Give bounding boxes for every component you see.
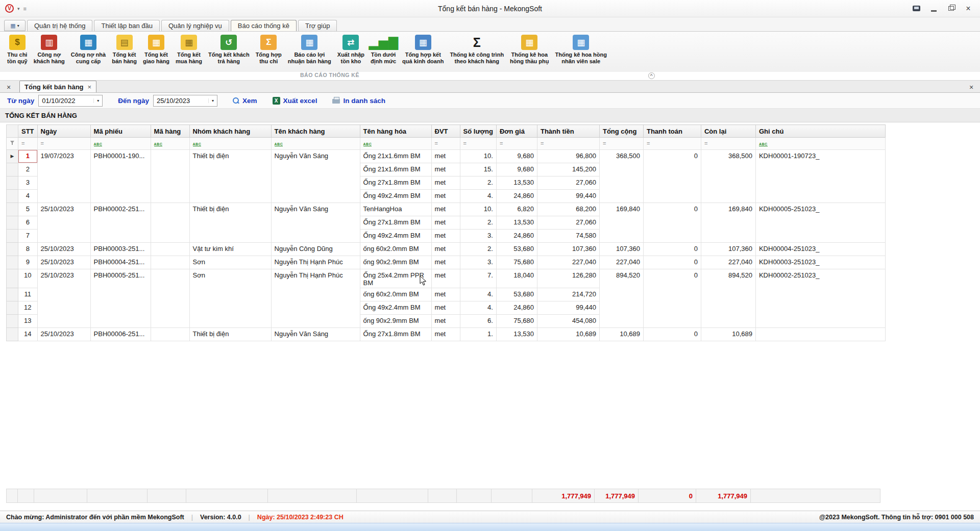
cell-stt[interactable]: 14 [18,328,38,341]
filter-thanh_toan[interactable]: = [643,138,701,150]
cell-con_lai[interactable]: 107,360 [701,243,755,256]
cell-ma_phieu[interactable]: PBH00005-251... [90,269,151,328]
display-mode-button[interactable] [909,3,924,15]
cell-ten_hh[interactable]: Ống 27x1.8mm BM [360,328,431,341]
header-thanh_tien[interactable]: Thành tiền [537,125,599,138]
cell-ten_hh[interactable]: ống 60x2.0mm BM [360,288,431,301]
cell-don_gia[interactable]: 6,820 [496,203,537,216]
ribbon-tab[interactable]: Thiết lập ban đầu [94,20,159,31]
cell-nhom_kh[interactable]: Thiết bị điện [189,328,271,341]
close-panel-button[interactable]: × [966,82,977,92]
cell-stt[interactable]: 9 [18,256,38,269]
cell-thanh_toan[interactable]: 0 [643,256,701,269]
cell-dvt[interactable]: met [431,190,460,203]
project-by-customer-stats-button[interactable]: ΣThống kê công trình theo khách hàng [447,34,507,65]
cell-so_luong[interactable]: 10. [460,203,496,216]
cell-thanh_tien[interactable]: 96,800 [537,150,599,163]
cell-nhom_kh[interactable]: Thiết bị điện [189,150,271,203]
application-menu-button[interactable]: ▦ ▾ [4,20,26,31]
chevron-down-icon[interactable]: ▾ [208,98,217,103]
filter-ma_phieu[interactable]: ABC [90,138,151,150]
customer-returns-button[interactable]: ↺Tổng kết khách trả hàng [205,34,253,65]
cell-con_lai[interactable]: 227,040 [701,256,755,269]
filter-thanh_tien[interactable]: = [537,138,599,150]
cell-ten_hh[interactable]: TenHangHoa [360,203,431,216]
filter-stt[interactable]: = [18,138,38,150]
customer-debt-button[interactable]: ▥Công nợ khách hàng [31,34,68,65]
ribbon-tab[interactable]: Trợ giúp [298,20,337,31]
cell-dvt[interactable]: met [431,163,460,176]
cell-ten_kh[interactable]: Nguyễn Công Dũng [271,243,360,256]
cell-ghi_chu[interactable]: KDH00005-251023_ [755,203,885,243]
filter-don_gia[interactable]: = [496,138,537,150]
cell-ma_phieu[interactable]: PBH00001-190... [90,150,151,203]
cell-ten_kh[interactable]: Nguyễn Thị Hạnh Phúc [271,269,360,328]
low-stock-button[interactable]: ▂▅▇Tồn dưới định mức [368,34,399,65]
cell-so_luong[interactable]: 2. [460,216,496,230]
view-button[interactable]: Xem [233,97,257,105]
cell-ten_hh[interactable]: Ống 49x2.4mm BM [360,230,431,243]
ribbon-collapse-icon[interactable]: ^ [648,72,655,79]
cell-ten_kh[interactable]: Nguyễn Văn Sáng [271,203,360,243]
export-excel-button[interactable]: X Xuất excel [273,97,317,105]
cell-thanh_tien[interactable]: 68,200 [537,203,599,216]
cell-dvt[interactable]: met [431,328,460,341]
cell-ghi_chu[interactable]: KDH00004-251023_ [755,243,885,256]
cell-tong_cong[interactable]: 227,040 [599,256,643,269]
cell-con_lai[interactable]: 368,500 [701,150,755,203]
cell-stt[interactable]: 13 [18,315,38,328]
cell-thanh_tien[interactable]: 227,040 [537,256,599,269]
header-ten_hh[interactable]: Tên hàng hóa [360,125,431,138]
cell-ma_hang[interactable] [151,203,189,243]
header-ten_kh[interactable]: Tên khách hàng [271,125,360,138]
sales-staff-commission-button[interactable]: ▦Thống kê hoa hồng nhân viên sale [552,34,609,65]
document-tab[interactable]: Tổng kết bán hàng × [19,81,96,92]
cell-thanh_tien[interactable]: 27,060 [537,176,599,190]
header-thanh_toan[interactable]: Thanh toán [643,125,701,138]
inventory-in-out-button[interactable]: ⇄Xuất nhập tồn kho [334,34,368,65]
cell-stt[interactable]: 1 [18,150,38,163]
header-con_lai[interactable]: Còn lại [701,125,755,138]
cell-dvt[interactable]: met [431,301,460,315]
cell-dvt[interactable]: met [431,256,460,269]
cell-ghi_chu[interactable] [755,328,885,341]
cell-thanh_tien[interactable]: 99,440 [537,190,599,203]
cell-dvt[interactable]: met [431,315,460,328]
cell-ma_phieu[interactable]: PBH00002-251... [90,203,151,243]
cell-don_gia[interactable]: 13,530 [496,216,537,230]
cell-ten_hh[interactable]: Ống 49x2.4mm BM [360,190,431,203]
cell-so_luong[interactable]: 2. [460,176,496,190]
cell-so_luong[interactable]: 4. [460,190,496,203]
cell-ma_phieu[interactable]: PBH00003-251... [90,243,151,256]
cell-ten_kh[interactable]: Nguyễn Văn Sáng [271,328,360,341]
cell-stt[interactable]: 7 [18,230,38,243]
cell-ngay[interactable]: 25/10/2023 [37,256,90,269]
cell-ngay[interactable]: 25/10/2023 [37,269,90,328]
cell-ten_hh[interactable]: ống 60x2.0mm BM [360,243,431,256]
cell-ten_hh[interactable]: Ống 21x1.6mm BM [360,150,431,163]
cell-tong_cong[interactable]: 10,689 [599,328,643,341]
filter-ghi_chu[interactable]: ABC [755,138,885,150]
cell-don_gia[interactable]: 9,680 [496,163,537,176]
cell-ngay[interactable]: 25/10/2023 [37,243,90,256]
filter-ngay[interactable]: = [37,138,90,150]
cell-dvt[interactable]: met [431,230,460,243]
cell-thanh_tien[interactable]: 126,280 [537,269,599,288]
cell-ten_hh[interactable]: Ống 27x1.8mm BM [360,176,431,190]
cell-con_lai[interactable]: 894,520 [701,269,755,328]
cell-so_luong[interactable]: 3. [460,256,496,269]
ribbon-tab[interactable]: Báo cáo thống kê [231,20,297,31]
cell-stt[interactable]: 11 [18,288,38,301]
close-window-button[interactable]: × [961,3,976,15]
cell-nhom_kh[interactable]: Vật tư kim khí [189,243,271,256]
cell-ngay[interactable]: 25/10/2023 [37,328,90,341]
cell-don_gia[interactable]: 13,530 [496,176,537,190]
header-so_luong[interactable]: Số lượng [460,125,496,138]
minimize-button[interactable] [926,3,941,15]
cell-don_gia[interactable]: 18,040 [496,269,537,288]
cell-thanh_tien[interactable]: 27,060 [537,216,599,230]
restore-button[interactable] [943,3,959,15]
cell-don_gia[interactable]: 24,860 [496,230,537,243]
cell-ma_hang[interactable] [151,269,189,328]
filter-ten_hh[interactable]: ABC [360,138,431,150]
